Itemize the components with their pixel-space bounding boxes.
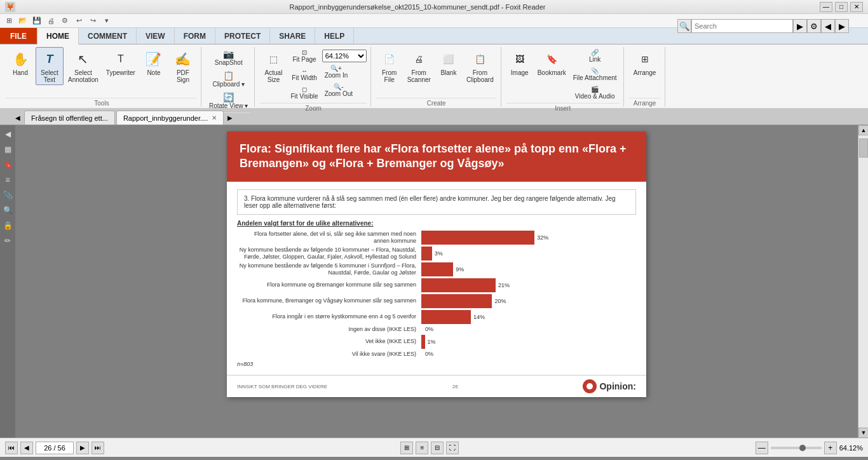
chart-bar-area: 9% xyxy=(421,262,636,276)
nav-back-button[interactable]: ◀ xyxy=(821,19,835,33)
note-label: Note xyxy=(147,69,160,76)
redo-button[interactable]: ↪ xyxy=(86,15,99,27)
open-button[interactable]: 📂 xyxy=(17,15,29,27)
video-audio-label: Video & Audio xyxy=(575,93,615,100)
sidebar-layers-button[interactable]: ≡ xyxy=(1,173,14,186)
first-page-button[interactable]: ⏮ xyxy=(5,442,18,454)
prev-page-button[interactable]: ◀ xyxy=(20,442,33,454)
scroll-up-button[interactable]: ▲ xyxy=(858,125,868,135)
zoom-out-button[interactable]: 🔍- Zoom Out xyxy=(322,81,355,99)
blank-button[interactable]: ⬜ Blank xyxy=(435,47,462,78)
two-page-icon[interactable]: ⊟ xyxy=(431,442,444,454)
search-input[interactable] xyxy=(691,19,793,33)
actual-size-button[interactable]: ⬚ ActualSize xyxy=(260,47,287,85)
file-attachment-button[interactable]: 📎 File Attachment xyxy=(571,65,620,83)
minimize-button[interactable]: — xyxy=(820,2,832,12)
sidebar-bookmarks-button[interactable]: 🔖 xyxy=(1,158,14,171)
page-number-input[interactable] xyxy=(36,442,74,454)
bookmark-button[interactable]: 🔖 Bookmark xyxy=(534,47,569,78)
tab-document-2[interactable]: Rapport_innbyggerunder.... ✕ xyxy=(116,111,224,125)
chart-bar-area: 20% xyxy=(421,294,636,308)
settings-button[interactable]: ⚙ xyxy=(58,15,71,27)
from-scanner-button[interactable]: 🖨 FromScanner xyxy=(404,47,434,85)
zoom-slider[interactable] xyxy=(771,447,822,449)
from-file-button[interactable]: 📄 FromFile xyxy=(376,47,403,85)
maximize-button[interactable]: □ xyxy=(835,2,848,12)
tab-help[interactable]: HELP xyxy=(315,28,354,44)
select-annotation-button[interactable]: ↖ SelectAnnotation xyxy=(65,47,102,85)
bookmark-label: Bookmark xyxy=(538,69,566,76)
tools-group-label: Tools xyxy=(6,98,197,107)
document-viewer: Flora: Signifikant flere har «Flora fort… xyxy=(15,125,858,438)
zoom-in-button[interactable]: 🔍+ Zoom In xyxy=(322,63,351,81)
nav-forward-button[interactable]: ▶ xyxy=(835,19,849,33)
tab-home[interactable]: HOME xyxy=(37,28,79,44)
tab-2-close[interactable]: ✕ xyxy=(212,114,217,121)
next-page-button[interactable]: ▶ xyxy=(76,442,89,454)
full-screen-icon[interactable]: ⛶ xyxy=(446,442,459,454)
arrange-button[interactable]: ⊞ Arrange xyxy=(629,47,661,78)
tab-scroll-right[interactable]: ▶ xyxy=(225,111,235,125)
chart-row-label: Flora kommune og Bremanger kommune slår … xyxy=(237,281,421,288)
chart-pct-label: 14% xyxy=(473,314,485,320)
sidebar-annotations-button[interactable]: 📎 xyxy=(1,189,14,201)
customize-button[interactable]: ▾ xyxy=(100,15,113,27)
zoom-content: ⬚ ActualSize ⊡ Fit Page ↔ Fit Width ◻ Fi… xyxy=(260,47,366,102)
image-button[interactable]: 🖼 Image xyxy=(506,47,533,78)
tab-form[interactable]: FORM xyxy=(175,28,215,44)
single-page-icon[interactable]: ⊞ xyxy=(400,442,413,454)
print-button[interactable]: 🖨 xyxy=(44,15,57,27)
tab-file[interactable]: FILE xyxy=(0,28,37,44)
sidebar-expand-button[interactable]: ◀ xyxy=(1,128,14,140)
fit-page-button[interactable]: ⊡ Fit Page xyxy=(288,47,320,65)
insert-content: 🖼 Image 🔖 Bookmark 🔗 Link 📎 File Attachm… xyxy=(506,47,620,102)
select-text-button[interactable]: T SelectText xyxy=(36,47,64,85)
hand-label: Hand xyxy=(13,69,28,76)
arrange-content: ⊞ Arrange xyxy=(629,47,661,97)
image-label: Image xyxy=(511,69,529,76)
undo-button[interactable]: ↩ xyxy=(72,15,85,27)
tab-document-1[interactable]: Fråsegn til offentleg ett... xyxy=(24,111,115,125)
fit-visible-button[interactable]: ◻ Fit Visible xyxy=(288,84,320,102)
sidebar-thumbnails-button[interactable]: ▦ xyxy=(1,143,14,156)
chart-row-label: Ingen av disse (IKKE LES) xyxy=(237,326,421,333)
close-button[interactable]: ✕ xyxy=(850,2,863,12)
link-button[interactable]: 🔗 Link xyxy=(571,47,620,65)
continuous-page-icon[interactable]: ≡ xyxy=(416,442,428,454)
tab-view[interactable]: VIEW xyxy=(137,28,175,44)
sidebar-lock-button[interactable]: 🔒 xyxy=(1,219,14,232)
zoom-slider-thumb[interactable] xyxy=(799,445,806,451)
scroll-track[interactable] xyxy=(858,135,868,428)
search-options-button[interactable]: ⚙ xyxy=(807,19,821,33)
last-page-button[interactable]: ⏭ xyxy=(92,442,104,454)
chart-bar xyxy=(421,310,471,324)
pdf-sign-button[interactable]: ✍ PDFSign xyxy=(169,47,197,85)
tab-protect[interactable]: PROTECT xyxy=(215,28,270,44)
tab-comment[interactable]: COMMENT xyxy=(79,28,137,44)
video-audio-button[interactable]: 🎬 Video & Audio xyxy=(571,84,620,102)
new-button[interactable]: ⊞ xyxy=(3,15,15,27)
sidebar-search-button[interactable]: 🔍 xyxy=(1,204,14,217)
note-button[interactable]: 📝 Note xyxy=(140,47,168,78)
scroll-thumb[interactable] xyxy=(859,139,868,158)
from-clipboard-icon: 📋 xyxy=(470,49,490,69)
zoom-out-btn[interactable]: — xyxy=(756,442,768,454)
scroll-down-button[interactable]: ▼ xyxy=(858,428,868,438)
search-submit-button[interactable]: ▶ xyxy=(793,19,807,33)
typewriter-button[interactable]: T Typewriter xyxy=(103,47,139,78)
search-icon-button[interactable]: 🔍 xyxy=(677,19,691,33)
rotate-view-button[interactable]: 🔄 Rotate View ▾ xyxy=(207,90,251,111)
hand-tool-button[interactable]: ✋ Hand xyxy=(6,47,34,78)
snapshot-button[interactable]: 📷 SnapShot xyxy=(207,47,251,68)
zoom-level-group: 64.12% 50% 75% 100% 🔍+ Zoom In 🔍- Zoom O… xyxy=(322,47,367,99)
tab-share[interactable]: SHARE xyxy=(270,28,315,44)
tab-scroll-left[interactable]: ◀ xyxy=(13,111,23,125)
fit-width-button[interactable]: ↔ Fit Width xyxy=(288,65,320,83)
clipboard-button[interactable]: 📋 Clipboard ▾ xyxy=(207,69,251,90)
chart-pct-label: 1% xyxy=(428,339,436,345)
zoom-in-btn[interactable]: + xyxy=(824,442,837,454)
zoom-select[interactable]: 64.12% 50% 75% 100% xyxy=(322,50,367,62)
from-clipboard-button[interactable]: 📋 FromClipboard xyxy=(463,47,497,85)
save-button[interactable]: 💾 xyxy=(31,15,43,27)
sidebar-sign-button[interactable]: ✏ xyxy=(1,234,14,247)
